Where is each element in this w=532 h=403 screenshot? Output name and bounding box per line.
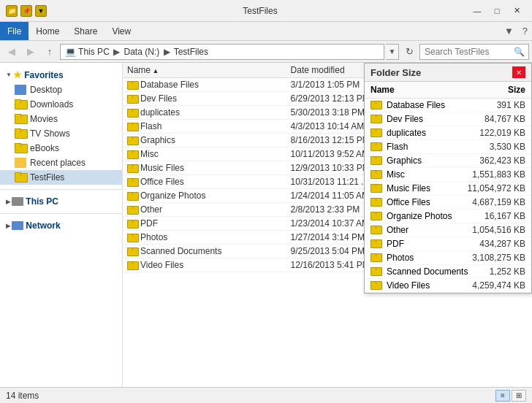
popup-item-name: Video Files (370, 280, 430, 291)
computer-icon (12, 197, 23, 206)
file-folder-icon (127, 247, 137, 256)
popup-row[interactable]: duplicates 122,019 KB (365, 126, 531, 140)
popup-folder-icon (370, 267, 381, 276)
file-name-cell: Organize Photos (123, 189, 286, 203)
sidebar-item-desktop[interactable]: Desktop (0, 82, 122, 97)
movies-folder-icon (15, 114, 26, 124)
file-folder-icon (127, 192, 137, 201)
file-folder-icon (127, 178, 137, 187)
menu-file[interactable]: File (0, 22, 28, 40)
sidebar-item-testfiles[interactable]: TestFiles (0, 170, 122, 185)
menu-share[interactable]: Share (66, 23, 104, 39)
popup-item-size: 122,019 KB (479, 128, 525, 138)
popup-row[interactable]: PDF 434,287 KB (365, 237, 531, 251)
popup-item-size: 1,551,883 KB (472, 169, 525, 180)
toolbar: ◀ ▶ ↑ 💻 This PC ▶ Data (N:) ▶ TestFiles … (0, 41, 532, 63)
sidebar-this-pc-label: This PC (26, 196, 58, 207)
popup-item-name: Dev Files (370, 114, 423, 124)
sidebar-item-tvshows[interactable]: TV Shows (0, 126, 122, 141)
file-folder-icon (127, 261, 137, 270)
up-button[interactable]: ↑ (41, 44, 58, 60)
popup-item-name: Photos (370, 253, 414, 263)
file-folder-icon (127, 234, 137, 242)
popup-row[interactable]: Photos 3,108,275 KB (365, 251, 531, 265)
back-button[interactable]: ◀ (3, 44, 20, 60)
breadcrumb-this-pc[interactable]: 💻 This PC (65, 47, 110, 57)
close-button[interactable]: ✕ (507, 4, 526, 18)
popup-row[interactable]: Flash 3,530 KB (365, 140, 531, 154)
breadcrumb-testfiles[interactable]: TestFiles (174, 47, 208, 57)
popup-folder-icon (370, 115, 381, 123)
popup-item-name: Flash (370, 142, 408, 152)
popup-item-name: Scanned Documents (370, 266, 468, 277)
file-name-cell: Dev Files (123, 92, 286, 106)
large-icons-view-button[interactable]: ⊞ (512, 390, 526, 402)
popup-folder-icon (370, 128, 381, 137)
sidebar-item-label: Movies (30, 114, 58, 124)
sidebar-item-movies[interactable]: Movies (0, 112, 122, 126)
popup-items: Database Files 391 KB Dev Files 84,767 K… (365, 99, 531, 293)
popup-row[interactable]: Other 1,054,516 KB (365, 223, 531, 237)
menu-expand-icon[interactable]: ▼ (500, 24, 518, 38)
item-count: 14 items (6, 391, 39, 401)
folder-icon-small: 📁 (6, 5, 18, 17)
refresh-button[interactable]: ↻ (400, 44, 418, 60)
file-name-cell: duplicates (123, 106, 286, 120)
popup-row[interactable]: Database Files 391 KB (365, 99, 531, 112)
details-view-button[interactable]: ≡ (495, 390, 510, 402)
search-wrapper: 🔍 (419, 44, 529, 60)
popup-item-name: Organize Photos (370, 211, 452, 221)
menu-view[interactable]: View (104, 23, 138, 39)
popup-row[interactable]: Music Files 11,054,972 KB (365, 182, 531, 196)
popup-folder-icon (370, 184, 381, 193)
maximize-button[interactable]: □ (487, 4, 506, 18)
minimize-button[interactable]: — (468, 4, 487, 18)
file-folder-icon (127, 95, 137, 104)
file-name-cell: Video Files (123, 258, 286, 272)
popup-row[interactable]: Office Files 4,687,159 KB (365, 196, 531, 210)
search-input[interactable] (419, 44, 529, 60)
menu-help[interactable]: ? (518, 24, 532, 38)
popup-item-name: Misc (370, 169, 405, 180)
sidebar-favorites-header[interactable]: ▼ ★ Favorites (0, 67, 122, 82)
folder-size-popup: Folder Size ✕ Name Size Database Files 3… (364, 63, 532, 293)
breadcrumb-data[interactable]: Data (N:) (123, 47, 159, 57)
sidebar-item-downloads[interactable]: Downloads (0, 97, 122, 112)
sidebar-item-recent[interactable]: Recent places (0, 156, 122, 170)
sidebar-this-pc-header[interactable]: ▶ This PC (0, 194, 122, 209)
popup-row[interactable]: Scanned Documents 1,252 KB (365, 265, 531, 279)
sidebar-item-ebooks[interactable]: eBooks (0, 141, 122, 156)
network-icon (12, 221, 23, 230)
forward-button[interactable]: ▶ (22, 44, 39, 60)
popup-close-button[interactable]: ✕ (512, 66, 525, 78)
popup-row[interactable]: Misc 1,551,883 KB (365, 168, 531, 182)
file-folder-icon (127, 109, 137, 118)
address-bar[interactable]: 💻 This PC ▶ Data (N:) ▶ TestFiles (60, 44, 384, 60)
popup-folder-icon (370, 142, 381, 151)
menu-bar: File Home Share View ▼ ? (0, 22, 532, 41)
file-name-cell: Database Files (123, 78, 286, 92)
popup-folder-icon (370, 253, 381, 262)
downloads-folder-icon (15, 99, 26, 110)
popup-item-size: 1,252 KB (490, 266, 525, 277)
column-name[interactable]: Name (123, 63, 286, 78)
file-name-cell: Misc (123, 147, 286, 161)
popup-item-size: 11,054,972 KB (468, 183, 525, 193)
sidebar-network-header[interactable]: ▶ Network (0, 218, 122, 233)
popup-row[interactable]: Organize Photos 16,167 KB (365, 210, 531, 223)
menu-home[interactable]: Home (28, 23, 66, 39)
view-toggle-group: ≡ ⊞ (495, 390, 526, 402)
window-title: TestFiles (53, 6, 468, 16)
popup-item-name: Other (370, 225, 408, 235)
popup-row[interactable]: Video Files 4,259,474 KB (365, 279, 531, 293)
file-name-cell: Music Files (123, 161, 286, 175)
popup-title: Folder Size (370, 67, 421, 78)
favorites-star-icon: ★ (13, 69, 22, 80)
sidebar-item-label: Recent places (30, 158, 86, 168)
file-folder-icon (127, 206, 137, 215)
popup-row[interactable]: Graphics 362,423 KB (365, 154, 531, 168)
popup-folder-icon (370, 198, 381, 207)
address-dropdown-button[interactable]: ▼ (386, 44, 399, 60)
popup-row[interactable]: Dev Files 84,767 KB (365, 112, 531, 126)
search-icon: 🔍 (514, 47, 525, 57)
